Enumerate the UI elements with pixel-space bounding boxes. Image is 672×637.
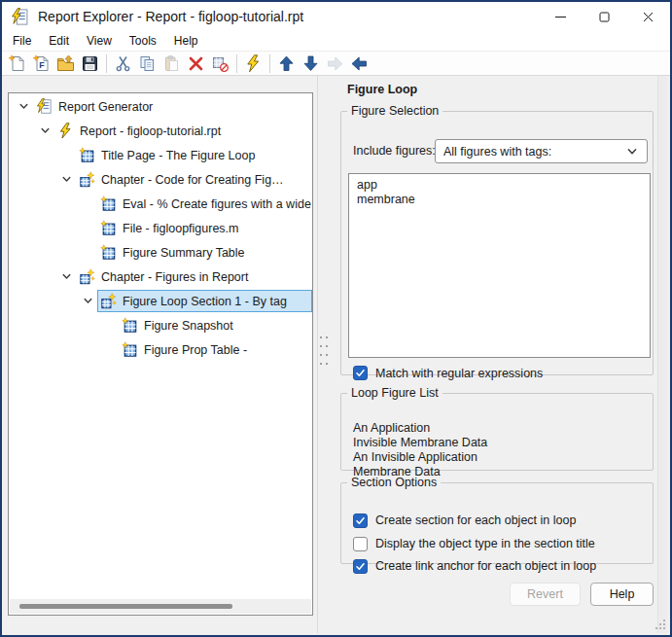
toolbar-cut-button[interactable] — [111, 53, 135, 75]
include-figures-dropdown[interactable]: All figures with tags: — [435, 139, 648, 163]
menu-edit[interactable]: Edit — [40, 32, 78, 50]
arrow-left-icon — [350, 54, 369, 73]
caption-controls — [539, 2, 670, 31]
toolbar-paste-button — [159, 53, 184, 75]
display-the-object-type-in-the-section-t-label: Display the object type in the section t… — [375, 537, 595, 550]
component-icon — [100, 244, 117, 261]
toolbar-copy-button[interactable] — [135, 53, 159, 75]
regex-checkbox-row[interactable]: Match with regular expressions — [353, 365, 543, 381]
match-regular-expressions-label: Match with regular expressions — [375, 367, 543, 380]
tree-chevron-spacer — [57, 143, 76, 167]
toolbar-move-right-button — [323, 53, 347, 75]
tree-item-content[interactable]: Figure Snapshot — [119, 314, 312, 336]
horizontal-scrollbar-thumb[interactable] — [19, 604, 232, 609]
display-the-object-type-in-the-section-t-checkbox[interactable] — [353, 537, 368, 551]
paste-icon — [162, 54, 181, 73]
tags-listbox[interactable]: appmembrane — [348, 173, 651, 358]
toolbar-move-left-button[interactable] — [347, 53, 371, 75]
menu-help[interactable]: Help — [165, 32, 207, 50]
toolbar-new-form-button[interactable] — [29, 53, 53, 75]
create-link-anchor-for-each-object-in-lo-label: Create link anchor for each object in lo… — [375, 559, 596, 573]
chapter-icon — [100, 293, 117, 309]
tree-expand-chevron-icon[interactable] — [36, 119, 54, 143]
menu-file[interactable]: File — [4, 32, 40, 50]
tree-item-content[interactable]: Eval - % Create figures with a wide var… — [97, 193, 313, 215]
toolbar-move-up-button[interactable] — [274, 53, 299, 75]
section-options-legend: Section Options — [347, 476, 441, 489]
window-title: Report Explorer - Report - figloop-tutor… — [38, 9, 303, 24]
tree-item-content[interactable]: Chapter - Code for Creating Fig… — [76, 168, 312, 191]
tree-item-content[interactable]: Report Generator — [33, 95, 312, 118]
chevron-down-icon — [83, 296, 93, 306]
tree-item-file-figloopfigures-m[interactable]: File - figloopfigures.m — [9, 216, 312, 240]
tree-item-chapter-code-for-creating-fig[interactable]: Chapter - Code for Creating Fig… — [9, 167, 312, 192]
toolbar-move-down-button[interactable] — [299, 53, 323, 75]
arrow-up-icon — [277, 54, 296, 73]
tree-expand-chevron-icon[interactable] — [57, 265, 76, 289]
menu-view[interactable]: View — [78, 32, 121, 50]
panel-splitter[interactable] — [319, 335, 329, 370]
tree-item-report-figloop-tutorial-rpt[interactable]: Report - figloop-tutorial.rpt — [9, 119, 312, 143]
minimize-button[interactable] — [539, 2, 583, 31]
tree-expand-chevron-icon[interactable] — [15, 94, 33, 119]
tree-item-content[interactable]: File - figloopfigures.m — [97, 217, 312, 239]
tag-item-app[interactable]: app — [357, 178, 650, 193]
tree-item-label: Report Generator — [58, 100, 153, 114]
resize-grip-icon — [654, 618, 667, 631]
help-button[interactable]: Help — [590, 583, 654, 606]
create-section-for-each-object-in-loop-checkbox[interactable] — [353, 513, 368, 528]
tree-item-figure-snapshot[interactable]: Figure Snapshot — [9, 313, 312, 337]
chapter-icon — [79, 268, 95, 285]
tree-item-selected-highlight[interactable]: Figure Loop Section 1 - By tag — [97, 290, 312, 312]
tree-expand-chevron-icon[interactable] — [57, 167, 76, 192]
tree-item-eval-create-figures-with-a-wide-var[interactable]: Eval - % Create figures with a wide var… — [9, 192, 312, 216]
tree-item-label: Chapter - Figures in Report — [101, 270, 248, 284]
tree-item-content[interactable]: Figure Summary Table — [97, 241, 312, 264]
option-row-display-the-object-type-in-the-section-t[interactable]: Display the object type in the section t… — [353, 536, 595, 551]
toolbar-deactivate-component-button[interactable] — [208, 53, 232, 75]
tree-item-content[interactable]: Figure Prop Table - — [119, 338, 312, 361]
option-row-create-section-for-each-object-in-loop[interactable]: Create section for each object in loop — [353, 513, 576, 528]
splitter-grip-icon — [319, 335, 329, 370]
menu-tools[interactable]: Tools — [121, 32, 165, 50]
chevron-down-icon — [61, 174, 72, 185]
tree-item-content[interactable]: Title Page - The Figure Loop — [76, 144, 312, 166]
toolbar-save-button[interactable] — [78, 53, 102, 75]
tree-item-label: Figure Prop Table - — [144, 343, 247, 357]
toolbar-new-report-button[interactable] — [5, 53, 29, 75]
close-button[interactable] — [626, 2, 670, 31]
tree-item-content[interactable]: Chapter - Figures in Report — [76, 265, 312, 288]
create-link-anchor-for-each-object-in-lo-checkbox[interactable] — [353, 559, 368, 574]
loop-figure-list-legend: Loop Figure List — [347, 386, 442, 400]
tree-item-chapter-figures-in-report[interactable]: Chapter - Figures in Report — [9, 265, 312, 289]
right-scroll-gutter — [657, 76, 667, 633]
toolbar-open-button[interactable] — [53, 53, 78, 75]
maximize-button[interactable] — [583, 2, 626, 31]
tree-item-figure-loop-section-1-by-tag[interactable]: Figure Loop Section 1 - By tag — [9, 289, 312, 313]
chapter-icon — [79, 171, 95, 188]
tree-item-figure-prop-table-no-title[interactable]: Figure Prop Table - — [9, 337, 312, 362]
match-regular-expressions-checkbox[interactable] — [353, 366, 368, 380]
tree-item-label: Figure Loop Section 1 - By tag — [123, 295, 287, 308]
component-icon — [122, 317, 138, 334]
panel-title: Figure Loop — [347, 83, 417, 96]
report-explorer-window: Report Explorer - Report - figloop-tutor… — [0, 0, 672, 637]
loop-figure-list-group: Loop Figure List An ApplicationInvisible… — [340, 386, 654, 471]
window-resize-grip[interactable] — [654, 618, 667, 631]
toolbar-delete-button[interactable] — [184, 53, 208, 75]
tree-item-label: Figure Summary Table — [123, 246, 245, 260]
toolbar-generate-report-button[interactable] — [241, 53, 265, 75]
loop-list-item-an-invisible-application: An Invisible Application — [353, 450, 487, 465]
horizontal-scrollbar[interactable] — [10, 599, 311, 614]
toolbar-separator — [106, 54, 107, 73]
tree-item-content[interactable]: Report - figloop-tutorial.rpt — [54, 120, 312, 142]
tree-expand-chevron-icon[interactable] — [79, 289, 97, 313]
tree-item-label: File - figloopfigures.m — [123, 222, 239, 235]
tag-item-membrane[interactable]: membrane — [357, 193, 650, 207]
tree-item-figure-summary-table[interactable]: Figure Summary Table — [9, 240, 312, 265]
tree-item-report-generator[interactable]: Report Generator — [9, 94, 312, 119]
arrow-down-icon — [301, 54, 320, 73]
chevron-down-icon — [626, 146, 638, 158]
tree-item-title-page-the-figure-loop[interactable]: Title Page - The Figure Loop — [9, 143, 312, 167]
option-row-create-link-anchor-for-each-object-in-lo[interactable]: Create link anchor for each object in lo… — [353, 558, 596, 574]
